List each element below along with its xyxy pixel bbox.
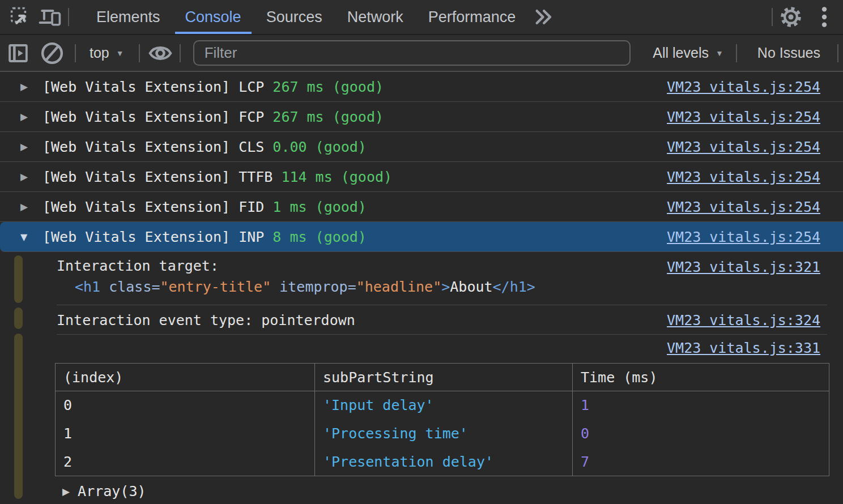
tab-performance[interactable]: Performance xyxy=(416,0,529,34)
device-toolbar-icon xyxy=(37,5,62,29)
source-link[interactable]: VM23 vitals.js:254 xyxy=(667,139,820,155)
collapse-caret-icon[interactable]: ▼ xyxy=(20,232,27,242)
inp-group-details: Interaction target: <h1 class="entry-tit… xyxy=(0,252,843,503)
array-summary-row[interactable]: ▶ Array(3) xyxy=(0,480,843,503)
clear-console-icon xyxy=(40,41,65,66)
table-row: 1 'Processing time' 0 xyxy=(56,420,829,448)
source-link[interactable]: VM23 vitals.js:254 xyxy=(667,109,820,125)
interaction-event-label: Interaction event type: pointerdown xyxy=(57,312,667,328)
message-text: [Web Vitals Extension] FID1 ms (good) xyxy=(42,199,367,215)
console-messages: ▶ [Web Vitals Extension] LCP267 ms (good… xyxy=(0,72,843,503)
source-link[interactable]: VM23 vitals.js:254 xyxy=(667,199,820,215)
metric-value: 114 ms (good) xyxy=(281,169,392,185)
cell-subpartstring: 'Processing time' xyxy=(315,420,573,448)
tab-network[interactable]: Network xyxy=(335,0,416,34)
source-link[interactable]: VM23 vitals.js:254 xyxy=(667,79,820,95)
javascript-context-selector[interactable]: top ▼ xyxy=(80,45,133,61)
cell-index: 0 xyxy=(56,391,315,420)
console-message-row[interactable]: ▶ [Web Vitals Extension] TTFB114 ms (goo… xyxy=(0,162,843,192)
metric-value: 8 ms (good) xyxy=(273,229,367,245)
console-message-row[interactable]: ▶ [Web Vitals Extension] FID1 ms (good) … xyxy=(0,192,843,222)
expand-caret-icon[interactable]: ▶ xyxy=(20,141,28,152)
tab-console[interactable]: Console xyxy=(173,0,254,34)
metric-value: 267 ms (good) xyxy=(273,109,384,125)
message-text: [Web Vitals Extension] INP8 ms (good) xyxy=(42,229,367,245)
clear-console-button[interactable] xyxy=(37,41,67,66)
kebab-menu-icon xyxy=(815,6,834,28)
toolbar-divider xyxy=(736,44,737,62)
interaction-target-message: Interaction target: <h1 class="entry-tit… xyxy=(0,252,843,305)
tab-sources[interactable]: Sources xyxy=(254,0,335,34)
column-header-subpartstring[interactable]: subPartString xyxy=(315,364,573,391)
source-link[interactable]: VM23 vitals.js:321 xyxy=(667,259,820,275)
gear-icon xyxy=(779,5,803,29)
console-sidebar-button[interactable] xyxy=(3,41,33,65)
console-table-wrapper: (index) subPartString Time (ms) 0 'Input… xyxy=(0,361,843,480)
column-header-index[interactable]: (index) xyxy=(56,364,315,391)
inspect-element-button[interactable] xyxy=(6,0,35,34)
expand-caret-icon[interactable]: ▶ xyxy=(20,201,28,212)
message-text: [Web Vitals Extension] FCP267 ms (good) xyxy=(42,109,384,125)
message-text: [Web Vitals Extension] CLS0.00 (good) xyxy=(42,139,367,155)
main-toolbar: Elements Console Sources Network Perform… xyxy=(0,0,843,35)
source-link[interactable]: VM23 vitals.js:254 xyxy=(667,229,820,245)
customize-devtools-button[interactable] xyxy=(809,0,840,34)
message-text: [Web Vitals Extension] TTFB114 ms (good) xyxy=(42,169,392,185)
toolbar-divider xyxy=(139,44,140,62)
log-level-label: All levels xyxy=(653,45,709,61)
toolbar-divider xyxy=(75,44,76,62)
message-text: [Web Vitals Extension] LCP267 ms (good) xyxy=(42,79,384,95)
cell-time: 1 xyxy=(573,391,829,420)
console-toolbar: top ▼ All levels ▼ No Issues xyxy=(0,35,843,72)
cell-time: 7 xyxy=(573,448,829,476)
dom-element-preview[interactable]: <h1 class="entry-title" itemprop="headli… xyxy=(57,279,667,295)
settings-button[interactable] xyxy=(773,0,809,34)
filter-input[interactable] xyxy=(193,40,631,66)
table-source-message: VM23 vitals.js:331 xyxy=(0,335,843,361)
table-row: 0 'Input delay' 1 xyxy=(56,391,829,420)
interaction-target-label: Interaction target: xyxy=(57,258,667,274)
eye-icon xyxy=(147,40,173,66)
cell-time: 0 xyxy=(573,420,829,448)
console-message-row[interactable]: ▶ [Web Vitals Extension] FCP267 ms (good… xyxy=(0,102,843,132)
toolbar-divider xyxy=(68,8,69,26)
expand-caret-icon[interactable]: ▶ xyxy=(62,486,70,497)
expand-caret-icon[interactable]: ▶ xyxy=(20,81,28,92)
array-summary-text[interactable]: Array(3) xyxy=(78,483,146,499)
console-message-row[interactable]: ▶ [Web Vitals Extension] LCP267 ms (good… xyxy=(0,72,843,102)
column-header-time[interactable]: Time (ms) xyxy=(573,364,829,391)
cell-index: 2 xyxy=(56,448,315,476)
source-link[interactable]: VM23 vitals.js:254 xyxy=(667,169,820,185)
context-label: top xyxy=(90,45,109,61)
devtools-window: Elements Console Sources Network Perform… xyxy=(0,0,843,504)
console-message-row-selected[interactable]: ▼ [Web Vitals Extension] INP8 ms (good) … xyxy=(0,222,843,252)
more-tabs-button[interactable] xyxy=(528,0,561,34)
cell-subpartstring: 'Input delay' xyxy=(315,391,573,420)
console-message-row[interactable]: ▶ [Web Vitals Extension] CLS0.00 (good) … xyxy=(0,132,843,162)
inspect-icon xyxy=(8,5,32,29)
create-live-expression-button[interactable] xyxy=(146,40,175,66)
more-tabs-chevron-icon xyxy=(533,7,556,27)
issues-counter[interactable]: No Issues xyxy=(740,45,837,61)
panel-tabs: Elements Console Sources Network Perform… xyxy=(84,0,528,34)
metric-value: 267 ms (good) xyxy=(273,79,384,95)
tab-elements[interactable]: Elements xyxy=(84,0,173,34)
cell-subpartstring: 'Presentation delay' xyxy=(315,448,573,476)
cell-index: 1 xyxy=(56,420,315,448)
metric-value: 0.00 (good) xyxy=(273,139,367,155)
expand-caret-icon[interactable]: ▶ xyxy=(20,171,28,182)
log-level-selector[interactable]: All levels ▼ xyxy=(644,45,733,61)
show-sidebar-icon xyxy=(6,41,30,65)
expand-caret-icon[interactable]: ▶ xyxy=(20,111,28,122)
interaction-event-message: Interaction event type: pointerdown VM23… xyxy=(0,305,843,335)
toolbar-divider xyxy=(180,44,181,62)
toolbar-divider xyxy=(837,44,838,62)
chevron-down-icon: ▼ xyxy=(716,49,723,58)
toggle-device-toolbar-button[interactable] xyxy=(35,0,65,34)
source-link[interactable]: VM23 vitals.js:331 xyxy=(667,340,820,356)
console-table: (index) subPartString Time (ms) 0 'Input… xyxy=(55,363,829,476)
table-row: 2 'Presentation delay' 7 xyxy=(56,448,829,476)
metric-value: 1 ms (good) xyxy=(273,199,367,215)
source-link[interactable]: VM23 vitals.js:324 xyxy=(667,312,820,328)
table-header-row: (index) subPartString Time (ms) xyxy=(56,364,829,391)
